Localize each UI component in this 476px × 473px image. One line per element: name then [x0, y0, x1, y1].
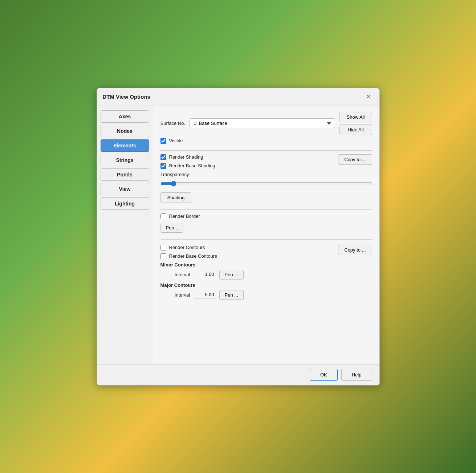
major-interval-row: Interval Pen ...	[171, 290, 372, 300]
major-interval-input[interactable]	[194, 291, 216, 298]
main-content: Surface No. 1: Base Surface 2: Surface 3…	[153, 106, 379, 364]
show-all-button[interactable]: Show All	[339, 112, 372, 122]
minor-interval-label: Interval	[171, 272, 190, 277]
render-shading-label[interactable]: Render Shading	[169, 154, 203, 160]
minor-pen-button[interactable]: Pen ...	[219, 270, 244, 280]
dialog-title: DTM View Options	[103, 94, 150, 100]
shading-checkboxes: Render Shading Render Base Shading	[160, 154, 215, 169]
major-interval-label: Interval	[171, 292, 190, 298]
minor-interval-row: Interval Pen ...	[171, 270, 372, 280]
render-shading-row: Render Shading	[160, 154, 215, 160]
major-pen-button[interactable]: Pen ...	[219, 290, 244, 300]
shading-section: Render Shading Render Base Shading Copy …	[160, 154, 372, 203]
title-bar: DTM View Options ×	[97, 88, 379, 106]
shading-section-header: Render Shading Render Base Shading Copy …	[160, 154, 372, 169]
header-right-buttons: Show All Hide All	[339, 112, 372, 135]
render-contours-checkbox[interactable]	[160, 245, 166, 250]
contours-checkboxes: Render Contours Render Base Contours	[160, 245, 217, 259]
surface-select[interactable]: 1: Base Surface 2: Surface 3: Surface	[190, 118, 335, 128]
render-base-contours-label[interactable]: Render Base Contours	[169, 253, 217, 259]
visible-label[interactable]: Visible	[169, 138, 183, 143]
dialog: DTM View Options × Axes Nodes Elements S…	[97, 88, 380, 386]
minor-interval-input[interactable]	[194, 271, 216, 278]
render-base-contours-row: Render Base Contours	[160, 253, 217, 259]
sidebar-item-nodes[interactable]: Nodes	[101, 125, 149, 137]
transparency-slider-container	[160, 179, 372, 188]
transparency-slider[interactable]	[160, 181, 372, 187]
hide-all-button[interactable]: Hide All	[339, 125, 372, 135]
render-base-contours-checkbox[interactable]	[160, 253, 166, 259]
surface-row: Surface No. 1: Base Surface 2: Surface 3…	[160, 112, 372, 135]
sidebar-item-lighting[interactable]: Lighting	[101, 197, 149, 210]
render-border-checkbox[interactable]	[160, 213, 166, 219]
major-contours-label: Major Contours	[160, 282, 372, 288]
border-section: Render Border Pen...	[160, 213, 372, 233]
contours-section: Render Contours Render Base Contours Cop…	[160, 245, 372, 303]
minor-contours-label: Minor Contours	[160, 262, 372, 268]
render-border-row: Render Border	[160, 213, 372, 219]
separator-1	[160, 150, 372, 151]
shading-button[interactable]: Shading	[160, 192, 192, 203]
render-shading-checkbox[interactable]	[160, 154, 166, 160]
sidebar-item-elements[interactable]: Elements	[101, 139, 149, 152]
visible-row: Visible	[160, 138, 372, 144]
dialog-body: Axes Nodes Elements Strings Ponds View L…	[97, 106, 379, 364]
separator-3	[160, 239, 372, 240]
sidebar-item-axes[interactable]: Axes	[101, 110, 149, 123]
render-contours-row: Render Contours	[160, 245, 217, 250]
render-contours-label[interactable]: Render Contours	[169, 245, 205, 250]
close-button[interactable]: ×	[363, 92, 374, 102]
sidebar-item-strings[interactable]: Strings	[101, 154, 149, 166]
visible-checkbox[interactable]	[160, 138, 166, 144]
render-base-shading-checkbox[interactable]	[160, 163, 166, 169]
help-button[interactable]: Help	[341, 369, 372, 381]
contours-copy-to-button[interactable]: Copy to ...	[338, 245, 372, 255]
sidebar: Axes Nodes Elements Strings Ponds View L…	[97, 106, 153, 364]
render-base-shading-row: Render Base Shading	[160, 163, 215, 169]
transparency-label: Transparency	[160, 172, 372, 177]
contours-section-header: Render Contours Render Base Contours Cop…	[160, 245, 372, 259]
ok-button[interactable]: OK	[310, 369, 338, 381]
render-border-label[interactable]: Render Border	[169, 213, 200, 219]
shading-copy-to-button[interactable]: Copy to ...	[338, 154, 372, 165]
separator-2	[160, 209, 372, 210]
sidebar-item-ponds[interactable]: Ponds	[101, 168, 149, 181]
sidebar-item-view[interactable]: View	[101, 183, 149, 195]
render-base-shading-label[interactable]: Render Base Shading	[169, 163, 215, 168]
border-pen-button[interactable]: Pen...	[160, 223, 184, 233]
surface-label: Surface No.	[160, 121, 186, 126]
dialog-footer: OK Help	[97, 364, 379, 385]
